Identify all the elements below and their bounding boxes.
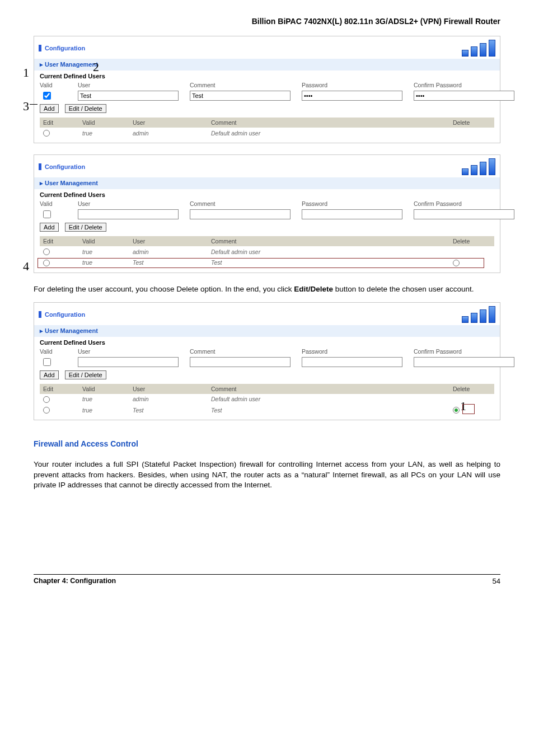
edit-delete-button[interactable]: Edit / Delete xyxy=(65,104,106,113)
label-valid: Valid xyxy=(40,348,67,355)
cell-delete xyxy=(449,394,494,405)
cell-valid: true xyxy=(79,128,129,138)
sub-head-current-users: Current Defined Users xyxy=(34,189,500,199)
cell-comment: Default admin user xyxy=(208,128,449,138)
section-user-mgmt: User Management xyxy=(34,59,500,71)
table-row: true admin Default admin user xyxy=(40,246,494,257)
label-user: User xyxy=(78,200,179,207)
add-button[interactable]: Add xyxy=(40,223,59,232)
edit-radio[interactable] xyxy=(43,130,50,137)
cell-delete xyxy=(449,128,494,138)
cell-user: admin xyxy=(129,246,208,257)
sub-head-current-users: Current Defined Users xyxy=(34,337,500,347)
panel-title: Configuration xyxy=(39,45,85,51)
th-edit: Edit xyxy=(40,384,79,394)
section-user-mgmt: User Management xyxy=(34,325,500,337)
edit-radio[interactable] xyxy=(43,407,50,414)
edit-radio[interactable] xyxy=(43,396,50,403)
add-button[interactable]: Add xyxy=(40,370,59,379)
password-input[interactable] xyxy=(302,357,402,367)
cell-user: admin xyxy=(129,128,208,138)
label-comment: Comment xyxy=(190,200,291,207)
firewall-paragraph: Your router includes a full SPI (Statefu… xyxy=(34,459,500,490)
footer-page: 54 xyxy=(493,577,500,585)
table-row: true Test Test xyxy=(40,257,494,267)
cell-comment: Test xyxy=(208,405,449,415)
label-valid: Valid xyxy=(40,82,67,88)
cell-delete xyxy=(449,405,494,415)
label-confirm: Confirm Password xyxy=(414,348,514,355)
th-user: User xyxy=(129,118,208,128)
cell-delete xyxy=(449,246,494,257)
th-comment: Comment xyxy=(208,384,449,394)
cell-comment: Default admin user xyxy=(208,246,449,257)
panel-title: Configuration xyxy=(39,163,85,170)
text-part-1: For deleting the user account, you choos… xyxy=(34,285,294,293)
user-input[interactable] xyxy=(78,91,179,101)
comment-input[interactable] xyxy=(190,91,291,101)
users-table-c: Edit Valid User Comment Delete true admi… xyxy=(40,384,494,415)
comment-input[interactable] xyxy=(190,209,291,219)
page-footer: Chapter 4: Configuration 54 xyxy=(34,574,500,585)
annotation-c1: 1 xyxy=(460,399,466,414)
label-confirm: Confirm Password xyxy=(414,82,514,88)
add-button[interactable]: Add xyxy=(40,104,59,113)
th-user: User xyxy=(129,236,208,246)
valid-checkbox[interactable] xyxy=(43,92,51,100)
panel-title: Configuration xyxy=(39,311,85,318)
confirm-input[interactable] xyxy=(414,209,514,219)
edit-radio[interactable] xyxy=(43,260,50,266)
label-confirm: Confirm Password xyxy=(414,200,514,207)
cell-valid: true xyxy=(79,257,129,267)
th-comment: Comment xyxy=(208,118,449,128)
firewall-heading: Firewall and Access Control xyxy=(34,439,500,448)
label-user: User xyxy=(78,348,179,355)
edit-delete-button[interactable]: Edit / Delete xyxy=(65,223,106,232)
users-table-b: Edit Valid User Comment Delete true admi… xyxy=(40,236,494,267)
delete-radio[interactable] xyxy=(453,260,460,266)
th-edit: Edit xyxy=(40,236,79,246)
annotation-1: 1 xyxy=(23,65,29,80)
th-valid: Valid xyxy=(79,118,129,128)
valid-checkbox[interactable] xyxy=(43,210,51,218)
confirm-input[interactable] xyxy=(414,357,514,367)
table-row: true admin Default admin user xyxy=(40,128,494,138)
label-valid: Valid xyxy=(40,200,67,207)
user-input[interactable] xyxy=(78,357,179,367)
th-delete: Delete xyxy=(449,384,494,394)
annotation-2: 2 xyxy=(93,60,99,74)
th-edit: Edit xyxy=(40,118,79,128)
annotation-3: 3 xyxy=(23,99,29,114)
document-title: Billion BiPAC 7402NX(L) 802.11n 3G/ADSL2… xyxy=(34,17,500,26)
table-row: true Test Test xyxy=(40,405,494,415)
brand-logo-icon xyxy=(462,40,495,57)
delete-radio[interactable] xyxy=(453,407,460,414)
brand-logo-icon xyxy=(462,306,495,323)
cell-delete xyxy=(449,257,494,267)
user-input[interactable] xyxy=(78,209,179,219)
comment-input[interactable] xyxy=(190,357,291,367)
sub-head-current-users: Current Defined Users xyxy=(34,71,500,81)
table-row: true admin Default admin user xyxy=(40,394,494,405)
config-panel-a: 1 2 3 Configuration User Management Curr… xyxy=(34,36,500,143)
cell-user: Test xyxy=(129,405,208,415)
valid-checkbox[interactable] xyxy=(43,358,51,366)
label-user: User xyxy=(78,82,179,88)
confirm-input[interactable] xyxy=(414,91,514,101)
cell-valid: true xyxy=(79,394,129,405)
cell-valid: true xyxy=(79,246,129,257)
th-delete: Delete xyxy=(449,236,494,246)
annot-line-3 xyxy=(30,104,38,105)
footer-chapter: Chapter 4: Configuration xyxy=(34,577,116,585)
password-input[interactable] xyxy=(302,209,402,219)
users-table-a: Edit Valid User Comment Delete true admi… xyxy=(40,118,494,138)
config-panel-c: 1 Configuration User Management Current … xyxy=(34,302,500,420)
label-password: Password xyxy=(302,200,402,207)
edit-delete-button[interactable]: Edit / Delete xyxy=(65,370,106,379)
password-input[interactable] xyxy=(302,91,402,101)
th-user: User xyxy=(129,384,208,394)
label-password: Password xyxy=(302,348,402,355)
cell-comment: Default admin user xyxy=(208,394,449,405)
label-comment: Comment xyxy=(190,82,291,88)
edit-radio[interactable] xyxy=(43,248,50,255)
